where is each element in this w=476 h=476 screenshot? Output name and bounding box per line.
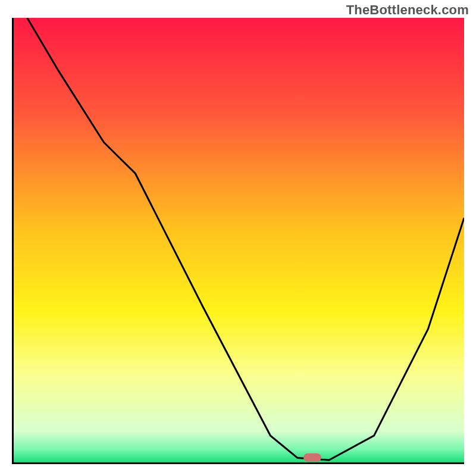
- bottleneck-curve-path: [27, 18, 464, 460]
- bottleneck-chart: TheBottleneck.com: [0, 0, 476, 476]
- curve-layer: [14, 18, 464, 462]
- optimum-marker: [303, 453, 321, 462]
- plot-area: [12, 18, 464, 464]
- watermark-text: TheBottleneck.com: [346, 2, 469, 18]
